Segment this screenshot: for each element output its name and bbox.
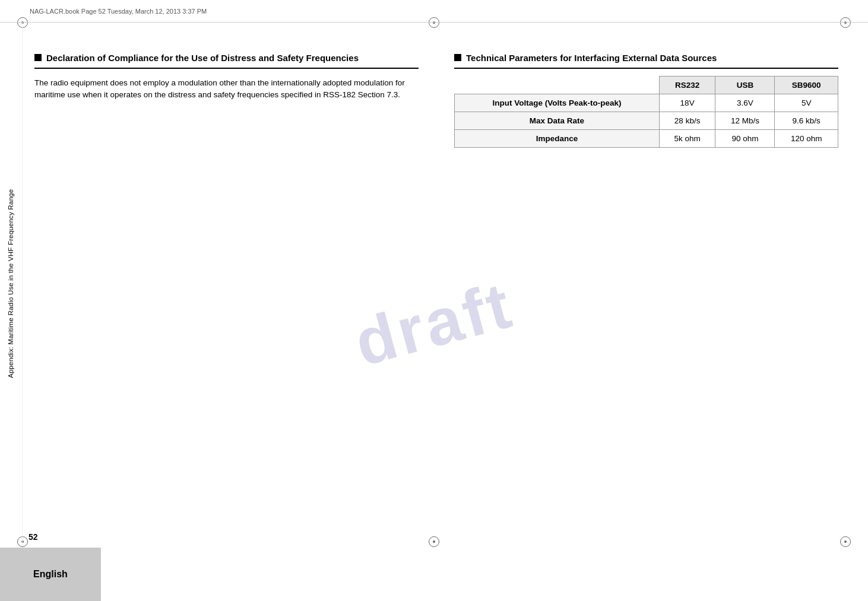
row-rs232-2: 5k ohm bbox=[659, 129, 715, 147]
row-rs232-1: 28 kb/s bbox=[659, 112, 715, 129]
bullet-icon-right bbox=[454, 54, 461, 61]
left-section-heading: Declaration of Compliance for the Use of… bbox=[34, 52, 419, 69]
left-body-text: The radio equipment does not employ a mo… bbox=[34, 77, 419, 102]
col-header-usb: USB bbox=[715, 76, 775, 94]
table-row: Impedance 5k ohm 90 ohm 120 ohm bbox=[455, 129, 838, 147]
table-row: Input Voltage (Volts Peak-to-peak) 18V 3… bbox=[455, 94, 838, 112]
right-section-heading: Technical Parameters for Interfacing Ext… bbox=[454, 52, 838, 69]
row-label-1: Max Data Rate bbox=[455, 112, 660, 129]
page-header: NAG-LACR.book Page 52 Tuesday, March 12,… bbox=[0, 0, 868, 23]
col-header-empty bbox=[455, 76, 660, 94]
parameters-table: RS232 USB SB9600 Input Voltage (Volts Pe… bbox=[454, 76, 838, 148]
right-heading-text: Technical Parameters for Interfacing Ext… bbox=[466, 52, 717, 64]
header-text: NAG-LACR.book Page 52 Tuesday, March 12,… bbox=[30, 8, 838, 15]
right-column: Technical Parameters for Interfacing Ext… bbox=[454, 34, 838, 533]
row-sb9600-1: 9.6 kb/s bbox=[775, 112, 838, 129]
row-usb-0: 3.6V bbox=[715, 94, 775, 112]
table-row: Max Data Rate 28 kb/s 12 Mb/s 9.6 kb/s bbox=[455, 112, 838, 129]
main-content: Declaration of Compliance for the Use of… bbox=[23, 23, 868, 545]
table-header-row: RS232 USB SB9600 bbox=[455, 76, 838, 94]
row-usb-1: 12 Mb/s bbox=[715, 112, 775, 129]
english-tab-label: English bbox=[33, 569, 68, 580]
left-column: Declaration of Compliance for the Use of… bbox=[34, 34, 419, 533]
english-tab[interactable]: English bbox=[0, 548, 101, 601]
col-header-sb9600: SB9600 bbox=[775, 76, 838, 94]
row-label-2: Impedance bbox=[455, 129, 660, 147]
col-header-rs232: RS232 bbox=[659, 76, 715, 94]
row-sb9600-0: 5V bbox=[775, 94, 838, 112]
row-rs232-0: 18V bbox=[659, 94, 715, 112]
left-heading-text: Declaration of Compliance for the Use of… bbox=[46, 52, 359, 64]
sidebar-label: Appendix: Maritime Radio Use in the VHF … bbox=[8, 189, 15, 378]
bullet-icon bbox=[34, 54, 42, 61]
row-usb-2: 90 ohm bbox=[715, 129, 775, 147]
left-sidebar: Appendix: Maritime Radio Use in the VHF … bbox=[0, 23, 23, 545]
row-sb9600-2: 120 ohm bbox=[775, 129, 838, 147]
row-label-0: Input Voltage (Volts Peak-to-peak) bbox=[455, 94, 660, 112]
